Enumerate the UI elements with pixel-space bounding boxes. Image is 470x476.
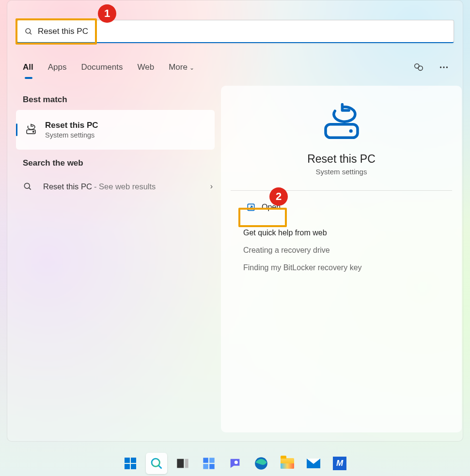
detail-title: Reset this PC bbox=[221, 153, 462, 166]
svg-rect-11 bbox=[326, 124, 358, 138]
chevron-down-icon: ⌄ bbox=[189, 64, 194, 71]
best-match-header: Best match bbox=[23, 95, 67, 105]
search-icon bbox=[150, 457, 163, 470]
taskbar-search-button[interactable] bbox=[146, 453, 167, 474]
taskbar-start-button[interactable] bbox=[120, 453, 141, 474]
web-result-label: Reset this PC bbox=[43, 182, 92, 191]
help-link-recovery-drive[interactable]: Creating a recovery drive bbox=[243, 246, 462, 255]
taskbar-chat-button[interactable] bbox=[224, 453, 246, 474]
more-options-icon[interactable] bbox=[439, 62, 449, 73]
taskview-icon bbox=[176, 457, 189, 470]
divider bbox=[231, 190, 452, 191]
svg-point-8 bbox=[33, 131, 34, 132]
search-input[interactable] bbox=[38, 27, 447, 36]
svg-point-22 bbox=[235, 461, 238, 464]
search-icon bbox=[24, 27, 33, 36]
chat-icon[interactable] bbox=[413, 62, 424, 73]
taskbar-mail-button[interactable] bbox=[303, 453, 324, 474]
windows-logo-icon bbox=[125, 458, 136, 469]
reset-pc-icon bbox=[25, 123, 37, 136]
svg-line-15 bbox=[158, 465, 161, 468]
annotation-callout-1: 1 bbox=[98, 4, 116, 23]
search-web-header: Search the web bbox=[23, 158, 83, 168]
quick-help-header: Get quick help from web bbox=[243, 229, 462, 237]
open-external-icon bbox=[246, 202, 256, 212]
svg-rect-19 bbox=[209, 458, 215, 463]
svg-rect-21 bbox=[209, 464, 215, 469]
svg-point-12 bbox=[349, 129, 352, 133]
best-match-result[interactable]: Reset this PC System settings bbox=[16, 110, 215, 150]
mail-icon bbox=[307, 459, 320, 468]
tab-more[interactable]: More⌄ bbox=[169, 61, 194, 74]
svg-rect-16 bbox=[177, 459, 184, 468]
edge-icon bbox=[254, 457, 268, 470]
taskbar-taskview-button[interactable] bbox=[172, 453, 193, 474]
svg-line-10 bbox=[29, 188, 31, 190]
widgets-icon bbox=[202, 457, 216, 470]
search-box[interactable] bbox=[17, 20, 454, 43]
tab-documents[interactable]: Documents bbox=[81, 61, 123, 74]
web-result-suffix: - See web results bbox=[94, 182, 156, 191]
chevron-right-icon: › bbox=[210, 182, 213, 191]
svg-point-3 bbox=[418, 66, 423, 70]
svg-point-14 bbox=[152, 459, 159, 466]
svg-point-0 bbox=[26, 29, 31, 33]
detail-subtitle: System settings bbox=[221, 168, 462, 176]
taskbar-edge-button[interactable] bbox=[251, 453, 272, 474]
annotation-callout-2: 2 bbox=[269, 187, 288, 206]
search-icon bbox=[23, 182, 32, 191]
taskbar-explorer-button[interactable] bbox=[277, 453, 298, 474]
svg-point-4 bbox=[440, 66, 441, 68]
help-link-bitlocker-key[interactable]: Finding my BitLocker recovery key bbox=[243, 263, 462, 272]
svg-point-9 bbox=[24, 183, 30, 188]
tab-web[interactable]: Web bbox=[137, 61, 154, 74]
taskbar: M bbox=[0, 451, 470, 476]
reset-pc-large-icon bbox=[320, 103, 363, 143]
chat-bubble-icon bbox=[228, 457, 242, 470]
detail-pane: Reset this PC System settings Open Get q… bbox=[221, 86, 462, 432]
tab-apps[interactable]: Apps bbox=[48, 61, 67, 74]
filter-tabs: All Apps Documents Web More⌄ bbox=[23, 58, 449, 77]
taskbar-widgets-button[interactable] bbox=[198, 453, 219, 474]
svg-point-6 bbox=[446, 66, 448, 68]
svg-rect-17 bbox=[185, 459, 188, 468]
taskbar-app-button[interactable]: M bbox=[329, 453, 350, 474]
tab-all[interactable]: All bbox=[23, 61, 33, 74]
svg-line-1 bbox=[30, 32, 31, 34]
web-result[interactable]: Reset this PC - See web results › bbox=[23, 177, 213, 196]
svg-point-5 bbox=[443, 66, 444, 68]
svg-rect-18 bbox=[203, 458, 208, 463]
result-subtitle: System settings bbox=[45, 131, 98, 139]
result-title: Reset this PC bbox=[45, 121, 98, 130]
svg-rect-20 bbox=[203, 464, 208, 469]
search-panel: 1 All Apps Documents Web More⌄ Best matc… bbox=[7, 0, 463, 442]
app-icon: M bbox=[333, 457, 346, 470]
folder-icon bbox=[281, 458, 294, 469]
